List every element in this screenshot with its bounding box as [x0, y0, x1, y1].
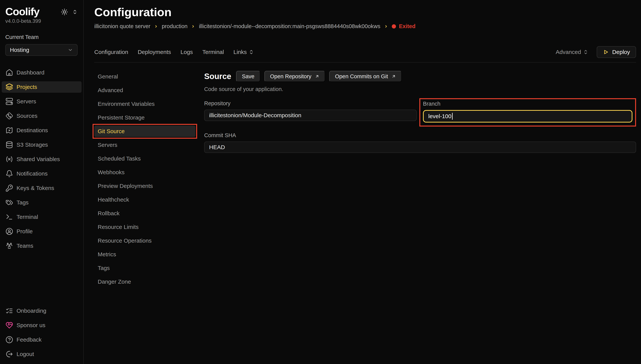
subnav-item-rollback[interactable]: Rollback: [94, 208, 195, 219]
tab-terminal[interactable]: Terminal: [202, 49, 224, 55]
chevrons-up-down-icon: [249, 50, 254, 55]
commit-sha-label: Commit SHA: [204, 132, 636, 138]
git-source-panel: Source Save Open Repository Open Commits…: [204, 71, 636, 290]
annotation-box-branch: Branch level-100: [419, 98, 636, 126]
config-subnav: General Advanced Environment Variables P…: [94, 71, 195, 290]
sidebar-item-logout[interactable]: Logout: [2, 348, 82, 360]
page-title: Configuration: [94, 6, 636, 18]
branch-input[interactable]: level-100: [423, 110, 632, 122]
sidebar-item-keys-tokens[interactable]: Keys & Tokens: [2, 182, 82, 194]
sidebar-item-feedback[interactable]: Feedback: [2, 334, 82, 346]
subnav-item-persistent-storage[interactable]: Persistent Storage: [94, 112, 195, 123]
save-button[interactable]: Save: [236, 71, 260, 82]
sidebar: Coolify v4.0.0-beta.399 Current Team Hos…: [0, 0, 84, 364]
breadcrumb-application[interactable]: illicitestonion/-module--decomposition:m…: [199, 23, 380, 30]
sidebar-item-sources[interactable]: Sources: [2, 110, 82, 122]
database-icon: [6, 141, 13, 148]
breadcrumb: illicitonion quote server production ill…: [94, 23, 636, 30]
chevron-down-icon: [68, 47, 73, 52]
sidebar-item-destinations[interactable]: Destinations: [2, 125, 82, 136]
sidebar-item-profile[interactable]: Profile: [2, 226, 82, 237]
text-cursor: [452, 113, 453, 120]
git-diamond-icon: [6, 112, 13, 120]
subnav-item-tags[interactable]: Tags: [94, 262, 195, 274]
logout-icon: [6, 350, 13, 358]
repository-field: Repository: [204, 100, 417, 121]
app-window: Coolify v4.0.0-beta.399 Current Team Hos…: [0, 0, 641, 364]
breadcrumb-project[interactable]: illicitonion quote server: [94, 23, 150, 30]
subnav-item-webhooks[interactable]: Webhooks: [94, 166, 195, 178]
home-icon: [6, 69, 13, 76]
status-text: Exited: [399, 23, 416, 30]
key-icon: [6, 184, 13, 192]
deploy-button[interactable]: Deploy: [597, 46, 636, 58]
subnav-item-environment-variables[interactable]: Environment Variables: [94, 98, 195, 110]
subnav-item-preview-deployments[interactable]: Preview Deployments: [94, 180, 195, 192]
bell-icon: [6, 170, 13, 178]
sidebar-footer-nav: Onboarding Sponsor us Feedback Logout: [0, 305, 83, 360]
tab-configuration[interactable]: Configuration: [94, 49, 128, 55]
tabs-row: Configuration Deployments Logs Terminal …: [94, 46, 636, 58]
chevrons-up-down-icon: [583, 50, 588, 55]
play-icon: [603, 49, 609, 55]
tabs-divider: [94, 62, 636, 62]
open-commits-button[interactable]: Open Commits on Git: [329, 71, 402, 82]
external-link-icon: [315, 74, 319, 79]
terminal-icon: [6, 213, 13, 221]
sidebar-item-shared-variables[interactable]: Shared Variables: [2, 154, 82, 165]
sidebar-item-projects[interactable]: Projects: [2, 81, 82, 93]
checklist-icon: [6, 307, 13, 314]
help-circle-icon: [6, 336, 13, 344]
theme-sun-icon[interactable]: [61, 8, 68, 16]
subnav-item-resource-operations[interactable]: Resource Operations: [94, 235, 195, 246]
tags-icon: [6, 199, 13, 206]
subnav-item-advanced[interactable]: Advanced: [94, 84, 195, 96]
sidebar-item-onboarding[interactable]: Onboarding: [2, 305, 82, 316]
subnav-item-scheduled-tasks[interactable]: Scheduled Tasks: [94, 153, 195, 164]
team-select[interactable]: Hosting: [5, 44, 78, 56]
sidebar-item-terminal[interactable]: Terminal: [2, 211, 82, 223]
sidebar-item-sponsor-us[interactable]: Sponsor us: [2, 320, 82, 331]
brand-logo[interactable]: Coolify: [5, 6, 39, 18]
source-description: Code source of your application.: [204, 86, 636, 92]
team-select-value: Hosting: [10, 47, 29, 53]
app-version: v4.0.0-beta.399: [5, 18, 78, 24]
tab-logs[interactable]: Logs: [181, 49, 193, 55]
status-dot: [392, 24, 396, 28]
subnav-item-general[interactable]: General: [94, 71, 195, 82]
tab-links[interactable]: Links: [233, 49, 254, 55]
chevron-right-icon: [384, 24, 388, 28]
source-heading: Source: [204, 72, 231, 81]
sidebar-item-tags[interactable]: Tags: [2, 197, 82, 208]
sidebar-item-notifications[interactable]: Notifications: [2, 168, 82, 179]
sidebar-nav: Dashboard Projects Servers Sources Desti…: [0, 67, 83, 254]
repository-label: Repository: [204, 100, 417, 106]
sidebar-item-servers[interactable]: Servers: [2, 96, 82, 107]
theme-switcher-chevrons-icon[interactable]: [72, 9, 78, 15]
breadcrumb-environment[interactable]: production: [162, 23, 187, 30]
subnav-item-metrics[interactable]: Metrics: [94, 249, 195, 260]
branch-label: Branch: [423, 101, 632, 107]
sidebar-header: Coolify v4.0.0-beta.399 Current Team Hos…: [0, 6, 83, 56]
subnav-item-resource-limits[interactable]: Resource Limits: [94, 221, 195, 233]
subnav-item-servers[interactable]: Servers: [94, 139, 195, 151]
subnav-item-danger-zone[interactable]: Danger Zone: [94, 276, 195, 288]
user-circle-icon: [6, 228, 13, 235]
sidebar-item-teams[interactable]: Teams: [2, 240, 82, 252]
commit-sha-input[interactable]: [204, 142, 636, 153]
repository-input[interactable]: [204, 110, 417, 121]
subnav-item-git-source[interactable]: Git Source: [94, 126, 195, 137]
main-content: Configuration illicitonion quote server …: [84, 0, 641, 364]
external-link-icon: [391, 74, 396, 79]
commit-sha-field: Commit SHA: [204, 132, 636, 153]
sidebar-item-s3-storages[interactable]: S3 Storages: [2, 139, 82, 150]
open-repository-button[interactable]: Open Repository: [264, 71, 325, 82]
layers-icon: [6, 83, 13, 91]
sidebar-item-dashboard[interactable]: Dashboard: [2, 67, 82, 78]
variable-x-icon: [6, 156, 13, 163]
server-icon: [6, 98, 13, 105]
tab-deployments[interactable]: Deployments: [138, 49, 171, 55]
advanced-menu[interactable]: Advanced: [556, 49, 588, 55]
heart-handshake-icon: [6, 322, 13, 329]
subnav-item-healthcheck[interactable]: Healthcheck: [94, 194, 195, 205]
